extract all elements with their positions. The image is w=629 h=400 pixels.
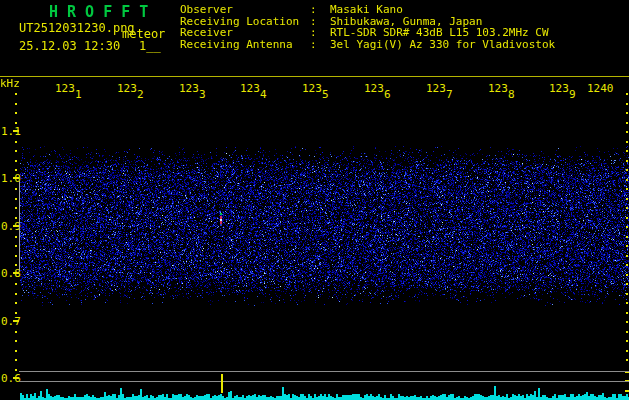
spectrogram-canvas [0,0,629,400]
frame-counter: 1__ [139,39,161,53]
app-title: H R O F F T [49,3,148,21]
meteor-echo-blip [220,213,222,226]
bottom-panel-gridline-lower [19,381,629,382]
freq-axis-unit: kHz [0,77,20,90]
meteor-event-marker-line [221,374,223,393]
hrofft-window: H R O F F T UT2512031230.png meteor 25.1… [0,0,629,400]
observation-datetime: 25.12.03 12:30 [19,39,120,53]
info-label: Receiver [180,27,310,39]
info-value: RTL-SDR SDR# 43dB L15 103.2MHz CW [330,27,549,39]
info-row: Observer:Masaki Kano [180,4,555,16]
info-colon-separator: : [310,39,318,51]
info-label: Receiving Antenna [180,39,310,51]
station-info-block: Observer:Masaki KanoReceiving Location:S… [180,4,555,50]
info-colon-separator: : [310,4,318,16]
noise-band-axis-line [19,181,20,271]
bottom-panel-gridline-upper [19,371,629,372]
info-colon-separator: : [310,27,318,39]
info-value: Masaki Kano [330,4,403,16]
info-row: Receiver:RTL-SDR SDR# 43dB L15 103.2MHz … [180,27,555,39]
info-label: Observer [180,4,310,16]
info-row: Receiving Antenna:3el Yagi(V) Az 330 for… [180,39,555,51]
header-separator-line [0,76,629,77]
info-value: 3el Yagi(V) Az 330 for Vladivostok [330,39,555,51]
output-filename: UT2512031230.png [19,21,135,35]
